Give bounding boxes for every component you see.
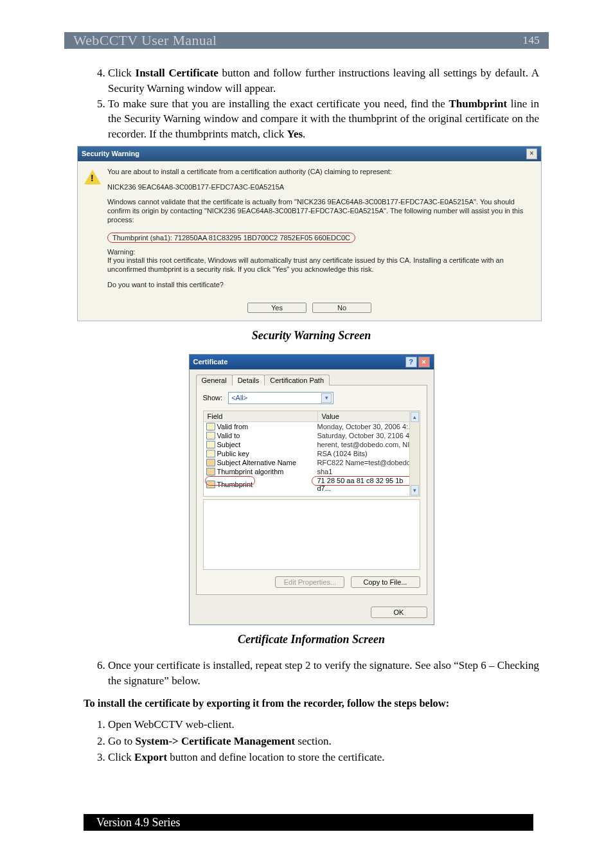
security-warning-title: Security Warning: [82, 150, 139, 157]
manual-title: WebCCTV User Manual: [73, 32, 217, 49]
export-steps-list: Open WebCCTV web-client. Go to System-> …: [90, 716, 539, 766]
field-icon: [206, 423, 215, 430]
certificate-dialog: Certificate ? × General Details Certific…: [189, 354, 434, 625]
secwarn-line1: You are about to install a certificate f…: [107, 168, 533, 177]
field-icon: [206, 432, 215, 439]
certificate-titlebar: Certificate ? ×: [190, 355, 434, 369]
field-icon: [206, 481, 215, 488]
export-instructions-heading: To install the certificate by exporting …: [84, 697, 539, 710]
security-warning-titlebar: Security Warning ×: [78, 146, 541, 161]
grid-scrollbar[interactable]: ▴ ▾: [409, 411, 420, 496]
scroll-down-icon[interactable]: ▾: [411, 485, 419, 495]
export-step-2: Go to System-> Certificate Management se…: [108, 733, 539, 750]
field-detail-area: [203, 499, 420, 570]
table-row[interactable]: Valid fromMonday, October 30, 2006 4:...: [204, 422, 420, 431]
step-6: Once your certificate is installed, repe…: [108, 658, 539, 689]
table-row[interactable]: Subjectherent, test@dobedo.com, NI...: [204, 440, 420, 449]
column-value[interactable]: Value: [318, 411, 420, 421]
step-5: To make sure that you are installing the…: [108, 96, 539, 142]
table-row[interactable]: Valid toSaturday, October 30, 2106 4...: [204, 431, 420, 440]
footer-version: Version 4.9 Series: [84, 814, 533, 831]
page-header: WebCCTV User Manual 145: [64, 32, 549, 49]
step-6-text: Once your certificate is installed, repe…: [108, 659, 539, 687]
table-row[interactable]: Subject Alternative NameRFC822 Name=test…: [204, 458, 420, 467]
show-label: Show:: [203, 394, 223, 402]
help-icon[interactable]: ?: [405, 357, 417, 368]
show-value: <All>: [231, 394, 319, 402]
table-row[interactable]: Thumbprint71 28 50 aa 81 c8 32 95 1b d7.…: [204, 476, 420, 493]
export-step-1: Open WebCCTV web-client.: [108, 716, 539, 733]
page-number: 145: [523, 34, 540, 47]
tab-details[interactable]: Details: [232, 375, 265, 385]
tab-general[interactable]: General: [196, 375, 233, 385]
show-dropdown[interactable]: <All> ▾: [228, 392, 333, 404]
secwarn-ca-name: NICK236 9EAC64A8-3C00B177-EFDC7A3C-E0A52…: [107, 183, 533, 192]
secwarn-validate-msg: Windows cannot validate that the certifi…: [107, 198, 533, 224]
field-icon: [206, 459, 215, 466]
tab-panel-details: Show: <All> ▾ Field Value Valid fromMond…: [196, 385, 427, 595]
warning-icon: [84, 169, 101, 184]
secwarn-warning-block: Warning: If you install this root certif…: [107, 248, 533, 274]
no-button[interactable]: No: [312, 303, 371, 313]
field-icon: [206, 450, 215, 457]
step-4-text: Click Install Certificate button and fol…: [108, 67, 539, 94]
secwarn-question: Do you want to install this certificate?: [107, 281, 533, 290]
scroll-up-icon[interactable]: ▴: [411, 412, 419, 422]
yes-button[interactable]: Yes: [247, 303, 306, 313]
chevron-down-icon: ▾: [321, 393, 332, 403]
caption-security-warning: Security Warning Screen: [84, 329, 539, 342]
copy-to-file-button[interactable]: Copy to File...: [351, 576, 420, 588]
field-icon: [206, 468, 215, 475]
field-icon: [206, 441, 215, 448]
table-row[interactable]: Thumbprint algorithmsha1: [204, 467, 420, 476]
column-field[interactable]: Field: [204, 411, 318, 421]
ok-button[interactable]: OK: [371, 607, 427, 618]
top-ordered-list: Click Install Certificate button and fol…: [90, 66, 539, 142]
export-step-3: Click Export button and define location …: [108, 749, 539, 766]
certificate-title: Certificate: [193, 358, 228, 366]
table-row[interactable]: Public keyRSA (1024 Bits): [204, 449, 420, 458]
close-icon[interactable]: ×: [526, 148, 537, 159]
caption-certificate-info: Certificate Information Screen: [84, 633, 539, 646]
security-warning-dialog: Security Warning × You are about to inst…: [77, 146, 542, 321]
tab-certification-path[interactable]: Certification Path: [264, 375, 330, 385]
edit-properties-button[interactable]: Edit Properties...: [275, 576, 344, 588]
secwarn-thumbprint: Thumbprint (sha1): 712850AA 81C83295 1BD…: [107, 233, 355, 243]
step6-list: Once your certificate is installed, repe…: [90, 658, 539, 689]
step-5-text: To make sure that you are installing the…: [108, 98, 539, 141]
certificate-fields-grid: Field Value Valid fromMonday, October 30…: [203, 411, 420, 497]
close-icon[interactable]: ×: [418, 357, 430, 368]
certificate-tabs: General Details Certification Path: [196, 375, 427, 385]
step-4: Click Install Certificate button and fol…: [108, 66, 539, 96]
